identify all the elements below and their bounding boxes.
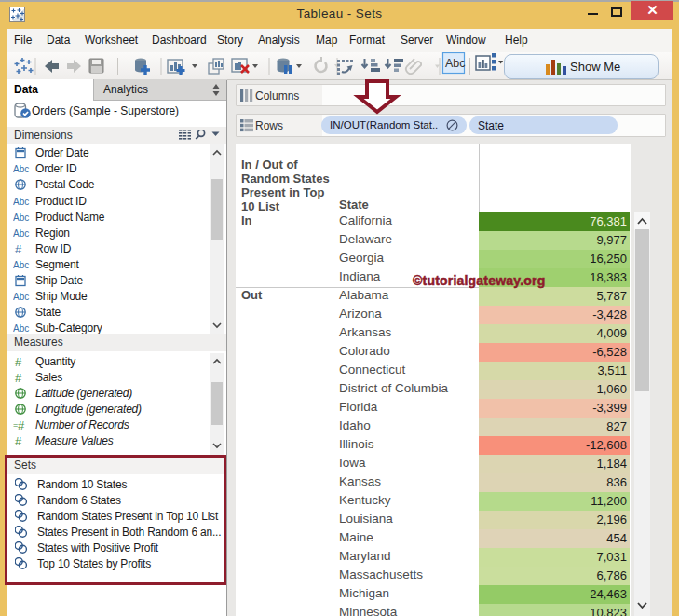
svg-text:#: # (15, 242, 22, 255)
svg-text:Abc: Abc (445, 57, 466, 70)
svg-text:#: # (15, 434, 22, 447)
svg-text:Abc: Abc (13, 228, 29, 239)
svg-text:Abc: Abc (13, 260, 29, 270)
svg-text:#: # (18, 418, 25, 431)
svg-text:#: # (15, 371, 22, 384)
svg-text:Abc: Abc (13, 164, 29, 174)
svg-text:Abc: Abc (13, 323, 29, 334)
svg-text:Abc: Abc (13, 212, 29, 223)
svg-text:Abc: Abc (13, 197, 29, 207)
svg-text:Abc: Abc (13, 292, 29, 302)
svg-text:#: # (15, 355, 22, 368)
